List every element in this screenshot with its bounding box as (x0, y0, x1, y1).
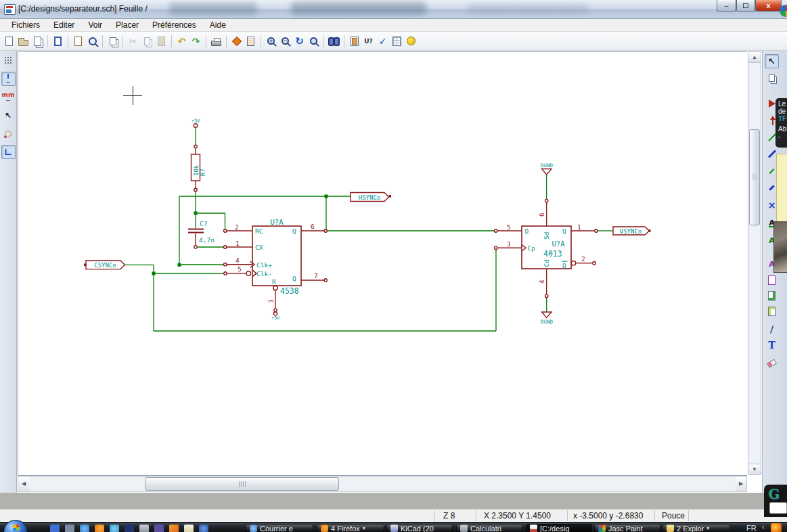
language-indicator[interactable]: FR (746, 524, 757, 532)
scroll-left-icon[interactable]: ◀ (18, 476, 29, 491)
resistor-ref: R? (200, 169, 206, 176)
group-dropdown-icon[interactable]: ▾ (706, 525, 709, 531)
quicklaunch-internet-explorer-icon[interactable] (80, 525, 89, 532)
library-editor-icon[interactable] (71, 34, 85, 48)
add-graphic-line-icon[interactable]: / (765, 322, 779, 336)
quicklaunch-movie-maker-icon[interactable] (154, 525, 164, 532)
cursor-tool-icon[interactable]: ↖ (765, 54, 779, 68)
start-button[interactable] (3, 520, 28, 532)
netlist-icon[interactable] (347, 34, 361, 48)
save-project-icon[interactable] (30, 34, 45, 48)
hierarchy-navigator-icon[interactable] (106, 34, 120, 48)
background-search-widget[interactable]: G (764, 485, 787, 517)
quicklaunch-firefox-icon[interactable] (95, 525, 104, 532)
units-indicator: Pouce (662, 511, 685, 520)
hierarchy-select-icon[interactable] (765, 71, 779, 85)
hv-orientation-icon[interactable]: ∟ (1, 145, 16, 159)
cursor-shape-icon[interactable]: ↖ (1, 108, 16, 123)
new-schematic-icon[interactable] (2, 34, 16, 48)
quicklaunch-calculator-icon[interactable] (139, 525, 149, 532)
units-inch-icon[interactable]: I ↔ (1, 72, 16, 86)
zoom-in-icon[interactable]: + (264, 34, 278, 48)
menu-fichiers[interactable]: Fichiers (5, 20, 46, 30)
svg-text:Q: Q (562, 262, 566, 269)
glass-reflection (169, 3, 257, 15)
tray-app-icon[interactable] (771, 523, 782, 532)
status-bar: Z 8 X 2.3500 Y 1.4500 x -3.5000 y -2.683… (0, 509, 787, 522)
plot-icon[interactable] (229, 34, 244, 48)
task-firefox[interactable]: 4 Firefox ▾ (317, 524, 384, 532)
close-button[interactable]: x (755, 0, 782, 12)
kicad-icon (390, 525, 398, 532)
maximize-button[interactable] (736, 0, 755, 12)
quicklaunch-media-player-icon[interactable] (169, 525, 179, 532)
page-settings-icon[interactable] (51, 34, 65, 48)
add-sheet-icon[interactable] (765, 273, 779, 287)
scroll-right-icon[interactable]: ▶ (736, 476, 746, 491)
task-kicad[interactable]: KiCad (20 (386, 524, 453, 532)
menu-editer[interactable]: Editer (47, 20, 81, 30)
plot-to-file-icon[interactable] (244, 34, 258, 48)
part-texts: +5V 10k R? C? 4,7n U?A 4538 RC CX Clk+ C… (94, 118, 642, 325)
menu-aide[interactable]: Aide (204, 20, 232, 30)
annotate-icon[interactable]: U? (361, 34, 376, 48)
svg-text:Sd: Sd (543, 232, 550, 240)
group-dropdown-icon[interactable]: ▾ (363, 525, 365, 531)
redraw-icon[interactable]: ↻ (292, 34, 307, 48)
paste-icon[interactable] (154, 34, 168, 48)
options-toolbar: I ↔ mm ↔ ↖ ∟ (0, 51, 17, 493)
open-schematic-icon[interactable] (16, 34, 30, 48)
add-sheet-pin-icon[interactable] (765, 304, 779, 318)
cursor-position-absolute: X 2.3500 Y 1.4500 (484, 511, 551, 520)
undo-icon[interactable]: ↶ (175, 34, 189, 48)
svg-text:6: 6 (311, 223, 315, 230)
find-icon[interactable] (327, 34, 341, 48)
schematic-canvas[interactable]: 2 1 4 5 6 7 3 5 3 1 2 6 4 +5V 10k R? C? … (18, 51, 747, 476)
vertical-scroll-thumb[interactable] (749, 129, 760, 225)
task-eeschema-active[interactable]: [C:/desig (526, 524, 592, 532)
horizontal-scroll-thumb[interactable] (145, 477, 339, 491)
minimize-button[interactable]: – (717, 0, 736, 12)
window-lower-band (0, 493, 787, 509)
delete-tool-icon[interactable] (765, 356, 779, 370)
quicklaunch-app-icon[interactable] (125, 525, 134, 532)
redo-icon[interactable]: ↷ (189, 34, 203, 48)
vertical-scrollbar[interactable]: ▲ ▼ (748, 51, 761, 475)
title-bar[interactable]: [C:/designs/separateur.sch] Feuille / – … (0, 0, 787, 19)
bom-icon[interactable] (390, 34, 404, 48)
print-icon[interactable] (209, 34, 223, 48)
task-courrier[interactable]: Courrier e (246, 524, 313, 532)
import-sheet-pin-icon[interactable] (765, 288, 779, 303)
copy-icon[interactable] (140, 34, 154, 48)
task-calculator[interactable]: Calculatri (456, 524, 522, 532)
hidden-pins-icon[interactable] (1, 127, 16, 141)
task-explorer[interactable]: 2 Explor ▾ (662, 524, 730, 532)
menu-voir[interactable]: Voir (82, 20, 108, 30)
quicklaunch-switch-windows-icon[interactable] (65, 525, 74, 532)
zoom-out-icon[interactable]: − (278, 34, 292, 48)
quicklaunch-messenger-icon[interactable] (110, 525, 119, 532)
horizontal-scrollbar[interactable]: ◀ ▶ (18, 476, 747, 492)
scroll-down-icon[interactable]: ▼ (748, 464, 761, 474)
task-jasc-paint[interactable]: Jasc Paint (594, 524, 660, 532)
background-photo[interactable] (773, 221, 787, 273)
background-sticky-note[interactable] (776, 154, 787, 224)
quicklaunch-notepad-icon[interactable] (184, 525, 194, 532)
erc-icon[interactable]: ✓ (376, 34, 390, 48)
backannotate-icon[interactable] (404, 34, 418, 48)
units-mm-icon[interactable]: mm ↔ (1, 90, 16, 104)
quicklaunch-word-icon[interactable] (199, 525, 208, 532)
u2-value: 4013 (543, 249, 562, 259)
cut-icon[interactable]: ✂ (126, 34, 140, 48)
quicklaunch-show-desktop-icon[interactable] (50, 525, 60, 532)
grid-toggle-icon[interactable] (1, 53, 16, 68)
search-box[interactable] (769, 502, 787, 514)
library-browser-icon[interactable] (85, 34, 99, 48)
menu-preferences[interactable]: Préférences (146, 20, 202, 30)
svg-text:1: 1 (235, 240, 240, 247)
menu-placer[interactable]: Placer (110, 20, 145, 30)
zoom-fit-icon[interactable] (307, 34, 321, 48)
tray-chevron-icon[interactable]: ‹ (762, 523, 764, 531)
scroll-up-icon[interactable]: ▲ (748, 52, 761, 63)
add-text-icon[interactable]: T (765, 338, 779, 352)
